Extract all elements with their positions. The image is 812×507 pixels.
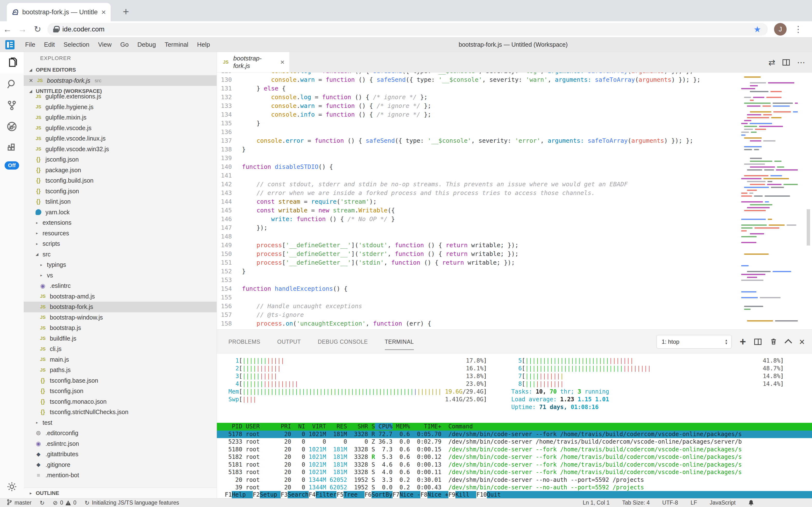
- fn-key-label[interactable]: Quit: [487, 491, 501, 498]
- code-line[interactable]: 129 console.log = function () { safeSend…: [217, 72, 812, 75]
- code-line[interactable]: 156 // Handle uncaught exceptions: [217, 302, 812, 311]
- explorer-icon[interactable]: [0, 52, 24, 73]
- tree-item[interactable]: {}tsconfig.base.json: [24, 376, 216, 386]
- cursor-position[interactable]: Ln 1, Col 1: [583, 500, 610, 506]
- tree-item[interactable]: {}package.json: [24, 165, 216, 176]
- problems-indicator[interactable]: ⊘ 0 0: [53, 500, 76, 506]
- tree-item[interactable]: JSgulpfile.hygiene.js: [24, 102, 216, 112]
- code-line[interactable]: 136: [217, 128, 812, 136]
- tab-terminal[interactable]: TERMINAL: [385, 330, 414, 354]
- notifications-bell-icon[interactable]: [748, 500, 754, 506]
- address-bar[interactable]: ide.coder.com ★: [47, 23, 768, 36]
- tree-item[interactable]: {}tsconfig.json: [24, 186, 216, 196]
- code-line[interactable]: 143 // error when we are inside a forked…: [217, 189, 812, 198]
- code-line[interactable]: 154function handleExceptions() {: [217, 284, 812, 293]
- editor-tab[interactable]: JS bootstrap-fork.js ×: [217, 52, 289, 72]
- fn-key[interactable]: F1: [225, 491, 232, 498]
- fn-key[interactable]: F7: [392, 491, 399, 498]
- menu-debug[interactable]: Debug: [133, 41, 160, 48]
- maximize-panel-icon[interactable]: [785, 339, 792, 346]
- fn-key[interactable]: F8: [420, 491, 427, 498]
- code-line[interactable]: 141: [217, 171, 812, 180]
- source-control-icon[interactable]: [0, 95, 24, 116]
- menu-selection[interactable]: Selection: [59, 41, 94, 48]
- tree-item[interactable]: ⊚.editorconfig: [24, 428, 216, 439]
- code-line[interactable]: 139: [217, 154, 812, 163]
- tree-item[interactable]: JSbootstrap-amd.js: [24, 291, 216, 302]
- tree-item[interactable]: JSbuildfile.js: [24, 333, 216, 344]
- debug-disabled-icon[interactable]: [0, 116, 24, 137]
- code-editor[interactable]: 129 console.log = function () { safeSend…: [217, 72, 812, 330]
- browser-tab[interactable]: bootstrap-fork.js — Untitled (W ×: [7, 3, 111, 21]
- tree-item[interactable]: {}tsconfig.build.json: [24, 175, 216, 186]
- tree-item[interactable]: {}jsconfig.json: [24, 154, 216, 165]
- code-line[interactable]: 157 // @ts-ignore: [217, 311, 812, 319]
- tree-item[interactable]: JSbootstrap.js: [24, 323, 216, 333]
- bookmark-star-icon[interactable]: ★: [754, 24, 761, 34]
- tree-item[interactable]: ◆.gitignore: [24, 460, 216, 470]
- terminal[interactable]: 1[|||||||||||| 17.8%] 2[||||||||||| 16.1…: [217, 354, 812, 498]
- branch-indicator[interactable]: master: [7, 499, 32, 507]
- fn-key[interactable]: F4: [309, 491, 316, 498]
- code-line[interactable]: 132 console.log = function () { /* ignor…: [217, 93, 812, 102]
- fn-key[interactable]: F5: [336, 491, 343, 498]
- process-row[interactable]: 20 root 20 0 1344M 62052 1952 S 3.3 0.2 …: [217, 476, 812, 484]
- tab-size[interactable]: Tab Size: 4: [622, 500, 650, 506]
- encoding[interactable]: UTF-8: [662, 500, 678, 506]
- code-line[interactable]: 135 }: [217, 119, 812, 128]
- process-row[interactable]: 39 root 20 0 1344M 62052 1952 S 0.0 0.2 …: [217, 484, 812, 492]
- language-mode[interactable]: JavaScript: [710, 500, 736, 506]
- code-line[interactable]: 133 console.warn = function () { /* igno…: [217, 102, 812, 110]
- tree-folder[interactable]: ▸extensions: [24, 218, 216, 228]
- menu-go[interactable]: Go: [116, 41, 133, 48]
- language-status[interactable]: ↻ Initializing JS/TS language features: [84, 500, 179, 506]
- code-line[interactable]: 142 // const stdout, stderr and stdin be…: [217, 180, 812, 189]
- fn-key-label[interactable]: Filter: [316, 491, 337, 498]
- tab-debug-console[interactable]: DEBUG CONSOLE: [318, 330, 368, 354]
- tree-item[interactable]: JSbootstrap-window.js: [24, 312, 216, 323]
- more-actions-icon[interactable]: ⋯: [797, 58, 806, 67]
- code-line[interactable]: 158 process.on('uncaughtException', func…: [217, 319, 812, 328]
- tree-item[interactable]: JSbootstrap-fork.js: [24, 302, 216, 312]
- tree-folder[interactable]: ◢src: [24, 249, 216, 260]
- tree-item[interactable]: JSgulpfile.vscode.js: [24, 123, 216, 133]
- fn-key-label[interactable]: Kill: [455, 491, 477, 498]
- code-line[interactable]: 151 process['__defineGetter__']('stdin',…: [217, 258, 812, 267]
- outline-header[interactable]: ▸ OUTLINE: [24, 488, 216, 498]
- close-panel-icon[interactable]: ×: [799, 336, 805, 347]
- code-line[interactable]: 152}: [217, 267, 812, 276]
- code-line[interactable]: 155: [217, 293, 812, 302]
- tree-folder[interactable]: ▸scripts: [24, 238, 216, 249]
- fn-key-label[interactable]: Nice -: [399, 491, 421, 498]
- tree-folder[interactable]: ▸resources: [24, 228, 216, 239]
- tree-item[interactable]: JSgulpfile.vscode.win32.js: [24, 144, 216, 155]
- menu-view[interactable]: View: [94, 41, 116, 48]
- code-line[interactable]: 159 console.error('Uncaught Exception: '…: [217, 328, 812, 330]
- settings-gear-icon[interactable]: [0, 482, 24, 492]
- code-line[interactable]: 138}: [217, 145, 812, 154]
- sync-button[interactable]: ↻: [40, 500, 45, 506]
- process-row[interactable]: 5181 root 20 0 1021M 181M 3328 S 4.6 0.6…: [217, 461, 812, 469]
- tab-close-icon[interactable]: ×: [101, 8, 106, 17]
- code-line[interactable]: 147 });: [217, 224, 812, 232]
- tree-item[interactable]: JSgulpfile.extensions.js: [24, 91, 216, 102]
- tree-folder[interactable]: ▸test: [24, 417, 216, 428]
- menu-help[interactable]: Help: [193, 41, 214, 48]
- code-line[interactable]: 134 console.info = function () { /* igno…: [217, 110, 812, 119]
- kill-terminal-icon[interactable]: [770, 337, 777, 346]
- code-line[interactable]: 153: [217, 276, 812, 284]
- search-icon[interactable]: [0, 73, 24, 95]
- tree-item[interactable]: ◉.eslintrc.json: [24, 439, 216, 449]
- fn-key[interactable]: F9: [448, 491, 455, 498]
- new-tab-button[interactable]: +: [123, 5, 129, 18]
- code-line[interactable]: 140function disableSTDIO() {: [217, 163, 812, 171]
- code-line[interactable]: 144 const stream = require('stream');: [217, 198, 812, 206]
- tree-item[interactable]: JSmain.js: [24, 354, 216, 365]
- new-terminal-icon[interactable]: +: [740, 336, 746, 348]
- tab-problems[interactable]: PROBLEMS: [229, 330, 260, 354]
- reload-icon[interactable]: ↻: [30, 24, 45, 34]
- open-editors-header[interactable]: ◢ OPEN EDITORS: [24, 65, 216, 75]
- fn-key-label[interactable]: SortBy: [372, 491, 392, 498]
- tree-item[interactable]: JScli.js: [24, 344, 216, 354]
- code-line[interactable]: 131 } else {: [217, 84, 812, 93]
